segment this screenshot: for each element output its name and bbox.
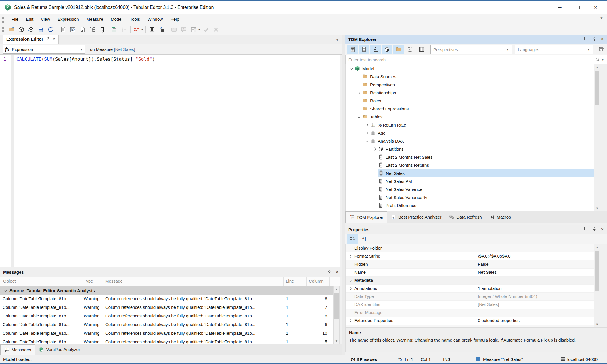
menu-drag-handle[interactable] (1, 16, 5, 23)
tree-item-last-2-months-returns[interactable]: Last 2 Months Returns (346, 161, 600, 169)
new-document-icon[interactable] (58, 25, 68, 34)
dax-query-icon[interactable] (78, 25, 87, 34)
property-row-dax-identifier[interactable]: DAX identifier[Net Sales] (346, 301, 600, 309)
tab-best-practice-analyzer[interactable]: Best Practice Analyzer (387, 211, 445, 223)
columns-filter-icon[interactable] (359, 45, 369, 54)
menu-help[interactable]: Help (166, 15, 183, 23)
tree-item-model[interactable]: Model (346, 64, 600, 72)
chevron-down-icon[interactable]: ▾ (198, 28, 201, 31)
close-icon[interactable]: × (601, 37, 604, 42)
folders-filter-icon[interactable] (393, 45, 404, 54)
tree-item-relationships[interactable]: Relationships (346, 89, 600, 97)
maximize-button[interactable] (569, 1, 587, 14)
context-object-link[interactable]: [Net Sales] (114, 47, 135, 52)
property-value[interactable] (475, 244, 600, 252)
messages-scrollbar[interactable]: ▲ ▼ (333, 286, 340, 344)
menu-window[interactable]: Window (144, 15, 166, 23)
tree-item-analysis-dax[interactable]: Analysis DAX (346, 137, 600, 145)
tab-vertipaq-analyzer[interactable]: VertiPaq Analyzer (35, 344, 84, 355)
diagram-icon[interactable] (87, 25, 97, 34)
chevron-right-icon[interactable] (363, 124, 370, 126)
accept-icon[interactable] (201, 25, 211, 34)
maximize-panel-icon[interactable] (584, 37, 588, 40)
chevron-right-icon[interactable] (371, 148, 378, 150)
close-icon[interactable]: × (336, 270, 338, 275)
goto-column-icon[interactable] (157, 25, 166, 34)
bp-issues-badge[interactable]: 74 BP issues (351, 357, 377, 362)
chevron-right-icon[interactable] (347, 288, 353, 290)
tree-item-roles[interactable]: Roles (346, 97, 600, 105)
messages-group-row[interactable]: Source: Tabular Editor Semantic Analysis (0, 286, 333, 295)
menu-edit[interactable]: Edit (22, 15, 37, 23)
format-alt-icon[interactable] (119, 25, 129, 34)
languages-dropdown[interactable]: Languages ▼ (515, 45, 593, 54)
refresh-translations-icon[interactable] (595, 45, 606, 54)
chevron-down-icon[interactable]: ▾ (141, 28, 144, 31)
alphabetical-sort-icon[interactable]: AZ (359, 234, 370, 244)
message-row[interactable]: Column 'DateTableTemplate_81b...WarningC… (0, 338, 333, 344)
cancel-icon[interactable] (211, 25, 221, 34)
property-value[interactable]: Net Sales (475, 269, 600, 276)
menu-tools[interactable]: Tools (126, 15, 144, 23)
chevron-down-icon[interactable] (348, 68, 354, 70)
tree-scrollbar[interactable]: ▲ ▼ (594, 64, 600, 211)
script-icon[interactable] (97, 25, 107, 34)
save-icon[interactable] (36, 25, 46, 34)
messages-column-line[interactable]: Line (284, 277, 307, 286)
tree-item-net-sales[interactable]: Net Sales (346, 169, 600, 177)
message-row[interactable]: Column 'DateTableTemplate_81b...WarningC… (0, 295, 333, 303)
property-row-name[interactable]: NameNet Sales (346, 269, 600, 277)
tree-item-return-rate[interactable]: fx% Return Rate (346, 121, 600, 129)
toolbar-overflow-icon[interactable]: ▼ (600, 16, 603, 20)
property-row-error-message[interactable]: Error Message (346, 309, 600, 317)
refresh-icon[interactable] (46, 25, 55, 34)
import-model-icon[interactable] (26, 25, 36, 34)
tree-item-data-sources[interactable]: Data Sources (346, 72, 600, 81)
pin-icon[interactable] (328, 270, 331, 275)
menu-model[interactable]: Model (107, 15, 126, 23)
tree-item-net-sales-pm[interactable]: Net Sales PM (346, 177, 600, 185)
search-options-icon[interactable]: ▼ (601, 58, 604, 61)
property-row-data-type[interactable]: Data TypeInteger / Whole Number (int64) (346, 293, 600, 301)
close-icon[interactable]: × (601, 227, 604, 232)
tree-item-age[interactable]: Age (346, 129, 600, 137)
tree-item-profit-difference[interactable]: Profit Difference (346, 201, 600, 209)
deploy-model-icon[interactable] (16, 25, 26, 34)
tree-item-net-sales-variance[interactable]: Net Sales Variance % (346, 193, 600, 201)
tab-tom-explorer[interactable]: TOM Explorer (345, 211, 387, 223)
menu-measure[interactable]: Measure (83, 15, 107, 23)
chevron-down-icon[interactable] (356, 116, 362, 118)
property-value[interactable]: Measure (475, 325, 600, 327)
column-view-icon[interactable] (416, 45, 427, 54)
open-file-icon[interactable] (7, 25, 16, 34)
property-row-object-type[interactable]: Object TypeMeasure (346, 325, 600, 327)
chevron-down-icon[interactable] (363, 140, 370, 142)
property-value[interactable]: 0 extended properties (475, 317, 600, 325)
chevron-right-icon[interactable] (363, 132, 370, 134)
tree-item-shared-expressions[interactable]: Shared Expressions (346, 105, 600, 113)
close-button[interactable]: × (587, 1, 604, 14)
chevron-right-icon[interactable] (347, 320, 353, 322)
scroll-up-icon[interactable]: ▲ (594, 244, 600, 250)
property-value[interactable]: Integer / Whole Number (int64) (475, 293, 600, 300)
window-layout-icon[interactable] (189, 25, 198, 34)
messages-column-type[interactable]: Type (81, 277, 103, 286)
property-value[interactable] (475, 309, 600, 317)
tree-item-tables[interactable]: Tables (346, 113, 600, 121)
scroll-down-icon[interactable]: ▼ (594, 321, 600, 327)
property-value[interactable]: [Net Sales] (475, 301, 600, 309)
maximize-panel-icon[interactable] (584, 227, 588, 230)
script-document-icon[interactable] (68, 25, 78, 34)
measures-filter-icon[interactable] (347, 45, 358, 54)
pin-icon[interactable] (46, 37, 50, 41)
menu-expression[interactable]: Expression (54, 15, 83, 23)
menu-file[interactable]: File (8, 15, 22, 23)
property-row-extended-properties[interactable]: Extended Properties0 extended properties (346, 317, 600, 325)
scroll-down-icon[interactable]: ▼ (594, 205, 600, 211)
property-value[interactable]: False (475, 260, 600, 268)
format-dax-icon[interactable] (110, 25, 119, 34)
column-tools-icon[interactable] (147, 25, 157, 34)
message-row[interactable]: Column 'DateTableTemplate_81b...WarningC… (0, 329, 333, 338)
dax-code-editor[interactable]: 1 CALCULATE(SUM(Sales[Amount]),Sales[Sta… (0, 55, 340, 302)
tree-item-last-2-months-net-sales[interactable]: Last 2 Months Net Sales (346, 153, 600, 161)
